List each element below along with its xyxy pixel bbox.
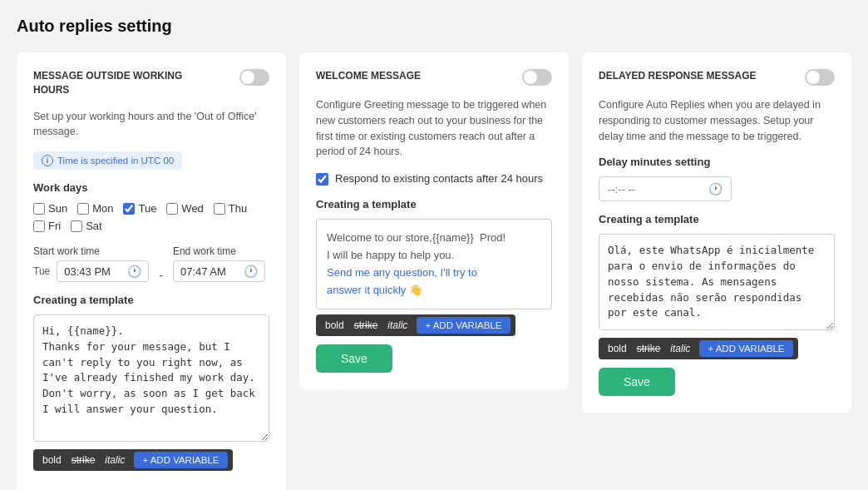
card3-add-variable-btn[interactable]: + ADD VARIABLE bbox=[699, 340, 792, 357]
card3-save-btn[interactable]: Save bbox=[599, 368, 675, 396]
card2-strike-btn[interactable]: strike bbox=[350, 318, 382, 333]
day-tue-checkbox[interactable] bbox=[123, 203, 135, 215]
card2-save-btn[interactable]: Save bbox=[316, 344, 392, 373]
day-fri[interactable]: Fri bbox=[33, 220, 61, 232]
card2-toggle[interactable] bbox=[522, 69, 552, 86]
card1-strike-btn[interactable]: strike bbox=[67, 453, 100, 468]
start-time-input-wrap: 🕐 bbox=[57, 260, 149, 282]
day-mon[interactable]: Mon bbox=[77, 202, 113, 215]
card2-description: Configure Greeting message to be trigger… bbox=[316, 97, 552, 160]
card1-add-variable-btn[interactable]: + ADD VARIABLE bbox=[134, 452, 227, 468]
day-wed-checkbox[interactable] bbox=[166, 203, 178, 215]
work-days-section: Work days Sun Mon Tue Wed bbox=[33, 181, 269, 232]
days-row-1: Sun Mon Tue Wed Thu bbox=[33, 202, 269, 215]
respond-existing-checkbox[interactable] bbox=[316, 173, 328, 186]
card1-toggle[interactable] bbox=[239, 69, 269, 86]
start-time-group: Start work time Tue 🕐 bbox=[33, 245, 149, 282]
start-clock-icon[interactable]: 🕐 bbox=[127, 265, 141, 278]
info-icon: i bbox=[42, 155, 53, 166]
utc-badge: i Time is specified in UTC 00 bbox=[33, 151, 182, 170]
day-sun-checkbox[interactable] bbox=[33, 203, 45, 215]
card2-title: WELCOME MESSAGE bbox=[316, 69, 421, 83]
day-wed-label: Wed bbox=[181, 202, 204, 215]
end-time-input-wrap: 🕐 bbox=[173, 260, 265, 282]
delay-clock-icon[interactable]: 🕐 bbox=[708, 182, 723, 196]
page-title: Auto replies setting bbox=[17, 17, 851, 36]
day-thu-label: Thu bbox=[229, 202, 247, 215]
card3-italic-btn[interactable]: italic bbox=[666, 341, 694, 356]
day-thu[interactable]: Thu bbox=[214, 202, 247, 215]
time-dash: - bbox=[159, 269, 163, 282]
day-fri-label: Fri bbox=[48, 220, 61, 232]
start-time-label: Start work time bbox=[33, 245, 149, 257]
card3-description: Configure Auto Replies when you are dela… bbox=[599, 97, 835, 144]
card1-bold-btn[interactable]: bold bbox=[38, 453, 66, 468]
card3-toolbar: bold strike italic + ADD VARIABLE bbox=[599, 338, 798, 359]
day-sat-checkbox[interactable] bbox=[71, 220, 82, 232]
card1-title: MESSAGE OUTSIDE WORKING HOURS bbox=[33, 69, 216, 97]
card-welcome: WELCOME MESSAGE Configure Greeting messa… bbox=[299, 52, 569, 389]
day-tue-label: Tue bbox=[138, 202, 156, 215]
card1-header: MESSAGE OUTSIDE WORKING HOURS bbox=[33, 69, 269, 97]
end-time-group: End work time 🕐 bbox=[173, 245, 265, 282]
delay-input[interactable] bbox=[608, 183, 703, 196]
end-time-label: End work time bbox=[173, 245, 265, 257]
card1-toolbar: bold strike italic + ADD VARIABLE bbox=[33, 449, 233, 471]
day-mon-checkbox[interactable] bbox=[77, 203, 89, 215]
days-row-2: Fri Sat bbox=[33, 220, 269, 232]
work-days-label: Work days bbox=[33, 181, 269, 194]
card-outside-hours: MESSAGE OUTSIDE WORKING HOURS Set up you… bbox=[17, 52, 286, 490]
card3-title: DELAYED RESPONSE MESSAGE bbox=[599, 69, 757, 83]
card2-toolbar: bold strike italic + ADD VARIABLE bbox=[316, 314, 515, 336]
day-tue[interactable]: Tue bbox=[123, 202, 156, 215]
day-wed[interactable]: Wed bbox=[166, 202, 204, 215]
cards-container: MESSAGE OUTSIDE WORKING HOURS Set up you… bbox=[17, 52, 851, 490]
card3-toggle[interactable] bbox=[805, 69, 835, 86]
day-thu-checkbox[interactable] bbox=[214, 203, 225, 215]
day-sun-label: Sun bbox=[48, 202, 67, 215]
card1-toggle-slider bbox=[239, 69, 269, 86]
card2-add-variable-btn[interactable]: + ADD VARIABLE bbox=[417, 317, 510, 334]
card2-header: WELCOME MESSAGE bbox=[316, 69, 552, 86]
start-time-input[interactable] bbox=[64, 265, 124, 278]
card2-bold-btn[interactable]: bold bbox=[321, 318, 348, 333]
card1-description: Set up your working hours and the 'Out o… bbox=[33, 109, 269, 141]
delay-label: Delay minutes setting bbox=[599, 156, 835, 168]
card3-header: DELAYED RESPONSE MESSAGE bbox=[599, 69, 835, 86]
end-clock-icon[interactable]: 🕐 bbox=[244, 265, 258, 278]
start-time-row: Tue 🕐 bbox=[33, 260, 149, 282]
card1-template-label: Creating a template bbox=[33, 294, 269, 306]
time-settings: Start work time Tue 🕐 - End work time 🕐 bbox=[33, 245, 269, 282]
card2-toggle-slider bbox=[522, 69, 552, 86]
day-sat[interactable]: Sat bbox=[71, 220, 102, 232]
day-sun[interactable]: Sun bbox=[33, 202, 67, 215]
card3-toggle-slider bbox=[805, 69, 835, 86]
card2-template-label: Creating a template bbox=[316, 198, 552, 210]
day-sat-label: Sat bbox=[86, 220, 102, 232]
card3-bold-btn[interactable]: bold bbox=[604, 341, 631, 356]
card3-strike-btn[interactable]: strike bbox=[633, 341, 665, 356]
end-time-input[interactable] bbox=[180, 265, 240, 278]
card3-template-textarea[interactable]: Olá, este WhatsApp é inicialmente para o… bbox=[599, 234, 835, 330]
card-delayed: DELAYED RESPONSE MESSAGE Configure Auto … bbox=[582, 52, 851, 413]
utc-badge-text: Time is specified in UTC 00 bbox=[57, 156, 174, 166]
delay-input-wrap: 🕐 bbox=[599, 176, 732, 201]
respond-existing-row: Respond to existing contacts after 24 ho… bbox=[316, 171, 552, 186]
day-fri-checkbox[interactable] bbox=[33, 220, 45, 232]
card2-italic-btn[interactable]: italic bbox=[383, 318, 412, 333]
start-day-prefix: Tue bbox=[33, 265, 50, 277]
respond-existing-label: Respond to existing contacts after 24 ho… bbox=[335, 171, 543, 186]
card1-italic-btn[interactable]: italic bbox=[101, 453, 129, 468]
card1-template-textarea[interactable]: Hi, {{name}}. Thanks for your message, b… bbox=[33, 314, 269, 442]
day-mon-label: Mon bbox=[92, 202, 113, 215]
card3-template-label: Creating a template bbox=[599, 213, 835, 225]
card2-template-preview: Welcome to our store,{{name}} Prod! I wi… bbox=[316, 219, 552, 309]
